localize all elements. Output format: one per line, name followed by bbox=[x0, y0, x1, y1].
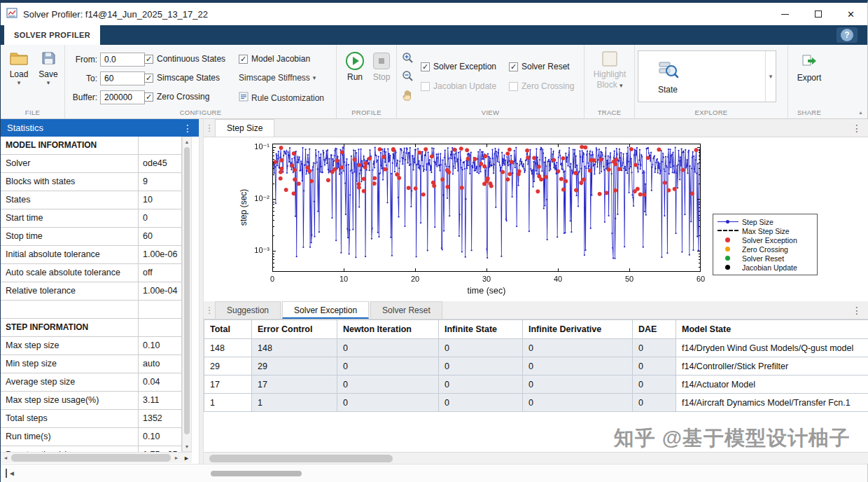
legend-marker-icon bbox=[718, 264, 738, 271]
statistics-hscroll-thumb[interactable] bbox=[11, 454, 171, 462]
zoom-out-icon[interactable] bbox=[402, 70, 414, 83]
stat-row[interactable]: Blocks with states9 bbox=[1, 173, 181, 191]
tab-solver-exception[interactable]: Solver Exception bbox=[282, 301, 369, 319]
chart-menu-icon[interactable]: ⋮ bbox=[852, 120, 862, 137]
highlight-block-button[interactable]: Highlight Block ▾ bbox=[589, 51, 631, 90]
stat-row[interactable]: Start time0 bbox=[1, 209, 181, 228]
maximize-button[interactable] bbox=[802, 3, 834, 25]
checkbox-continuous-states[interactable]: ✓ Continuous States bbox=[144, 54, 225, 64]
checkbox-view-zero-crossing[interactable]: ✓ Zero Crossing bbox=[509, 81, 574, 91]
legend-label: Jacobian Update bbox=[742, 263, 797, 272]
stat-row[interactable]: Max step size0.10 bbox=[1, 337, 181, 355]
help-button[interactable]: ? bbox=[836, 27, 858, 43]
bottom-scroll-thumb[interactable] bbox=[211, 471, 302, 476]
results-column-header[interactable]: Model State bbox=[676, 320, 868, 339]
load-button[interactable]: Load ▾ bbox=[5, 51, 33, 85]
model-state-cell[interactable]: f14/Dryden Wind Gust Models/Q-gust model bbox=[676, 339, 868, 357]
statistics-vscrollbar[interactable]: ▲ ▼ bbox=[182, 137, 192, 452]
checkbox-view-solver-reset[interactable]: ✓ Solver Reset bbox=[509, 62, 570, 71]
scroll-down-icon[interactable]: ▼ bbox=[183, 442, 191, 451]
stat-row[interactable]: Total steps1352 bbox=[1, 410, 181, 428]
stat-row[interactable]: States10 bbox=[1, 191, 181, 209]
model-state-cell[interactable]: f14/Controller/Stick Prefilter bbox=[676, 357, 868, 376]
scroll-up-icon[interactable]: ▲ bbox=[183, 137, 191, 146]
rule-customization-button[interactable]: Rule Customization bbox=[239, 92, 324, 104]
stat-row-value: 1.75e-05 bbox=[139, 446, 181, 452]
tab-solver-profiler[interactable]: SOLVER PROFILER bbox=[4, 25, 100, 45]
minimize-button[interactable] bbox=[769, 3, 802, 25]
results-column-header[interactable]: Total bbox=[204, 320, 252, 339]
stat-row[interactable]: STEP INFORMATION bbox=[1, 319, 181, 337]
results-row[interactable]: 1481480000f14/Dryden Wind Gust Models/Q-… bbox=[204, 339, 868, 357]
checkbox-view-solver-exception[interactable]: ✓ Solver Exception bbox=[421, 62, 496, 71]
results-header-row: TotalError ControlNewton IterationInfini… bbox=[204, 320, 868, 339]
statistics-menu-icon[interactable]: ⋮ bbox=[183, 123, 192, 134]
save-disk-icon bbox=[41, 51, 56, 68]
main-hscrollbar[interactable] bbox=[204, 452, 868, 464]
jump-first-icon[interactable]: ◄ bbox=[6, 469, 15, 478]
stat-row[interactable]: Min step sizeauto bbox=[1, 355, 181, 373]
statistics-vscroll-thumb[interactable] bbox=[184, 147, 190, 434]
stat-row[interactable]: Auto scale absolute toleranceoff bbox=[1, 264, 181, 282]
tab-suggestion[interactable]: Suggestion bbox=[215, 301, 281, 319]
run-button[interactable]: Run bbox=[342, 52, 368, 82]
results-column-header[interactable]: Error Control bbox=[252, 320, 337, 339]
statistics-hscrollbar[interactable]: ◄ ► ► bbox=[1, 452, 192, 463]
ribbon-collapse-icon[interactable]: ▲ bbox=[858, 110, 863, 115]
model-state-cell[interactable]: f14/Actuator Model bbox=[676, 376, 868, 394]
tab-step-size[interactable]: Step Size bbox=[215, 119, 274, 137]
legend-item: Solver Exception bbox=[718, 235, 813, 245]
stat-row[interactable]: Initial absolute tolerance1.00e-06 bbox=[1, 246, 181, 264]
tab-solver-reset[interactable]: Solver Reset bbox=[370, 301, 442, 319]
checkbox-zero-crossing[interactable]: ✓ Zero Crossing bbox=[144, 92, 209, 102]
save-button[interactable]: Save ▾ bbox=[34, 51, 62, 85]
scroll-right-icon[interactable]: ► bbox=[172, 455, 181, 460]
stat-row[interactable]: Max step size usage(%)3.11 bbox=[1, 392, 181, 410]
bottom-statusbar: ◄ bbox=[1, 464, 867, 482]
results-row[interactable]: 110000f14/Aircraft Dynamics Model/Transf… bbox=[204, 394, 868, 412]
drag-grip-icon[interactable]: ⋮ bbox=[204, 120, 215, 137]
checkbox-simscape-states[interactable]: ✓ Simscape States bbox=[144, 73, 220, 83]
pan-hand-icon[interactable] bbox=[402, 89, 414, 102]
minimize-icon bbox=[781, 14, 789, 15]
state-explorer-button[interactable]: State bbox=[657, 51, 679, 102]
panel-splitter[interactable] bbox=[199, 119, 204, 464]
stat-row[interactable] bbox=[1, 301, 181, 319]
checkbox-model-jacobian[interactable]: ✓ Model Jacobian bbox=[239, 54, 310, 64]
stat-row[interactable]: Solverode45 bbox=[1, 155, 181, 173]
results-column-header[interactable]: Infinite State bbox=[439, 320, 523, 339]
results-panel-body: TotalError ControlNewton IterationInfini… bbox=[204, 319, 868, 452]
step-size-canvas[interactable] bbox=[272, 144, 701, 272]
gallery-expand-button[interactable]: ▾ bbox=[765, 51, 776, 102]
section-share: Export SHARE bbox=[788, 45, 830, 118]
close-button[interactable]: ✕ bbox=[834, 3, 867, 25]
buffer-input[interactable] bbox=[100, 90, 145, 104]
stat-row[interactable]: Relative tolerance1.00e-04 bbox=[1, 282, 181, 301]
to-input[interactable] bbox=[100, 71, 145, 85]
zoom-in-icon[interactable] bbox=[402, 52, 414, 64]
panel-collapse-icon[interactable]: ► bbox=[181, 455, 192, 462]
section-file: Load ▾ Save ▾ FILE bbox=[1, 45, 65, 118]
legend-label: Solver Exception bbox=[742, 236, 797, 245]
stat-row[interactable]: Average step size0.04 bbox=[1, 373, 181, 392]
stat-row[interactable]: Per-step time(s)1.75e-05 bbox=[1, 446, 181, 452]
model-state-cell[interactable]: f14/Aircraft Dynamics Model/Transfer Fcn… bbox=[676, 394, 868, 412]
results-column-header[interactable]: Infinite Derivative bbox=[523, 320, 633, 339]
stat-row[interactable]: MODEL INFORMATION bbox=[1, 137, 181, 155]
results-row[interactable]: 29290000f14/Controller/Stick Prefilter bbox=[204, 357, 868, 376]
results-column-header[interactable]: DAE bbox=[633, 320, 676, 339]
from-input[interactable] bbox=[100, 53, 145, 67]
drag-grip-icon[interactable]: ⋮ bbox=[204, 302, 215, 319]
scroll-left-icon[interactable]: ◄ bbox=[1, 455, 10, 460]
stat-row[interactable]: Run time(s)0.10 bbox=[1, 428, 181, 446]
main-hscroll-thumb[interactable] bbox=[209, 455, 393, 462]
stop-button[interactable]: Stop bbox=[369, 52, 394, 82]
export-button[interactable]: Export bbox=[794, 52, 825, 83]
checkbox-view-jacobian-update[interactable]: ✓ Jacobian Update bbox=[421, 81, 496, 91]
results-menu-icon[interactable]: ⋮ bbox=[852, 302, 862, 319]
stat-row[interactable]: Stop time60 bbox=[1, 228, 181, 246]
results-row[interactable]: 17170000f14/Actuator Model bbox=[204, 376, 868, 394]
stat-row-value: 1352 bbox=[139, 410, 181, 427]
simscape-stiffness-dropdown[interactable]: Simscape Stiffness ▾ bbox=[239, 73, 316, 83]
results-column-header[interactable]: Newton Iteration bbox=[337, 320, 439, 339]
